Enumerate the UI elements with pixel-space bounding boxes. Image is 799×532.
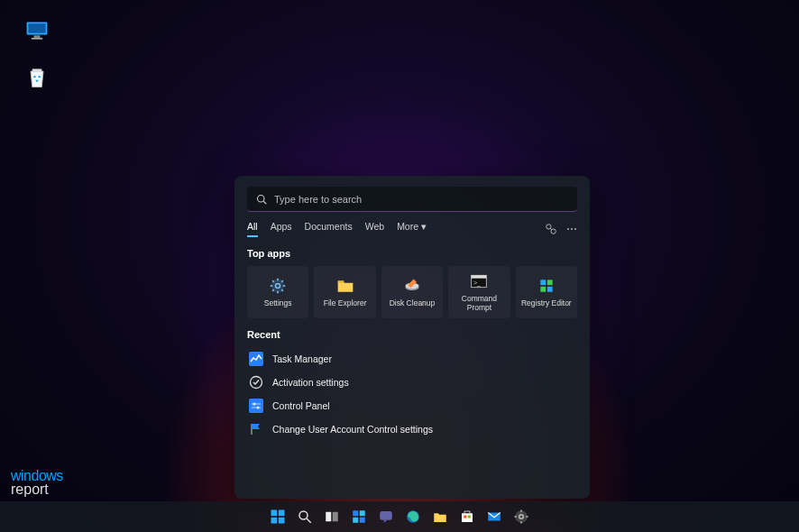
task-manager-icon [249,352,263,366]
taskbar [0,501,799,532]
svg-rect-1 [28,23,45,33]
active-tab-underline [247,235,258,237]
taskbar-file-explorer[interactable] [429,506,451,527]
app-registry-editor-label: Registry Editor [521,298,572,307]
svg-rect-39 [271,518,278,524]
app-command-prompt-label: Command Prompt [448,294,510,312]
svg-line-42 [307,518,311,523]
uac-flag-icon [249,422,263,436]
recent-activation-settings[interactable]: Activation settings [247,371,577,394]
svg-point-41 [299,511,308,519]
tab-more[interactable]: More ▾ [397,221,427,237]
account-icon[interactable] [545,223,557,235]
svg-line-6 [263,201,266,204]
start-button[interactable] [267,506,289,527]
search-input[interactable] [274,194,568,205]
svg-text:>_: >_ [474,280,482,287]
svg-rect-51 [462,513,473,522]
gear-icon [269,277,287,295]
start-search-panel: All Apps Documents Web More ▾ ⋯ Top apps… [234,176,590,499]
svg-rect-3 [32,38,42,40]
tab-documents[interactable]: Documents [305,221,353,237]
taskbar-task-view[interactable] [321,506,343,527]
svg-rect-40 [279,518,285,524]
svg-line-17 [281,289,283,291]
app-command-prompt[interactable]: >_ Command Prompt [448,266,510,318]
recent-uac-settings[interactable]: Change User Account Control settings [247,417,577,441]
svg-point-5 [258,195,265,202]
taskbar-mail[interactable] [483,506,505,527]
taskbar-widgets[interactable] [348,506,370,527]
svg-rect-53 [468,516,471,518]
taskbar-store[interactable] [456,506,478,527]
more-options-icon[interactable]: ⋯ [566,223,577,235]
taskbar-edge[interactable] [402,506,424,527]
desktop-this-pc-icon[interactable] [18,18,56,61]
svg-rect-2 [34,35,41,38]
svg-rect-28 [540,287,546,292]
svg-rect-4 [32,69,42,71]
desktop-recycle-bin-icon[interactable] [18,65,56,108]
svg-rect-45 [353,510,358,516]
svg-rect-38 [279,510,285,517]
svg-rect-52 [464,516,466,518]
svg-line-9 [550,228,552,230]
folder-icon [336,277,354,295]
recent-task-manager[interactable]: Task Manager [247,347,577,371]
svg-line-16 [272,280,274,282]
svg-rect-29 [547,287,553,292]
app-disk-cleanup[interactable]: Disk Cleanup [381,266,443,318]
taskbar-chat[interactable] [375,506,397,527]
svg-line-19 [281,280,283,282]
search-box[interactable] [247,187,577,212]
registry-icon [537,277,556,295]
svg-rect-48 [360,518,365,523]
svg-rect-32 [249,399,263,413]
app-file-explorer-label: File Explorer [324,298,367,307]
search-icon [256,194,267,205]
svg-rect-44 [333,512,338,522]
checkmark-circle-icon [249,375,263,390]
recent-uac-label: Change User Account Control settings [272,424,433,435]
control-panel-icon [249,399,263,413]
recent-task-manager-label: Task Manager [272,353,332,364]
svg-line-18 [272,289,274,291]
watermark: windows report [11,469,63,496]
app-registry-editor[interactable]: Registry Editor [516,266,577,318]
disk-cleanup-icon [403,277,421,295]
section-recent-label: Recent [247,329,577,340]
chevron-down-icon: ▾ [421,221,427,232]
svg-rect-46 [360,510,365,516]
recent-control-panel-label: Control Panel [272,400,330,411]
svg-rect-20 [337,280,344,283]
svg-rect-26 [540,280,546,285]
taskbar-settings[interactable] [510,506,532,527]
svg-rect-47 [353,518,358,523]
app-settings-label: Settings [264,298,292,307]
search-tabs: All Apps Documents Web More ▾ ⋯ [247,221,577,237]
app-disk-cleanup-label: Disk Cleanup [390,298,436,307]
recent-control-panel[interactable]: Control Panel [247,394,577,417]
app-file-explorer[interactable]: File Explorer [314,266,375,318]
watermark-line2: report [11,482,63,496]
terminal-icon: >_ [470,272,488,290]
svg-rect-49 [380,511,392,520]
watermark-line1: windows [11,469,63,482]
tab-apps[interactable]: Apps [271,221,292,237]
tab-web[interactable]: Web [365,221,384,237]
svg-point-55 [515,510,528,523]
recent-list: Task Manager Activation settings Control… [247,347,577,441]
section-top-apps-label: Top apps [247,248,577,259]
taskbar-search-button[interactable] [294,506,316,527]
svg-rect-43 [326,512,331,522]
recent-activation-label: Activation settings [272,377,349,388]
svg-rect-37 [271,510,278,517]
svg-rect-24 [472,275,487,278]
app-settings[interactable]: Settings [247,266,308,318]
svg-rect-27 [547,280,553,285]
top-apps-grid: Settings File Explorer Disk Cleanup >_ C… [247,266,577,318]
